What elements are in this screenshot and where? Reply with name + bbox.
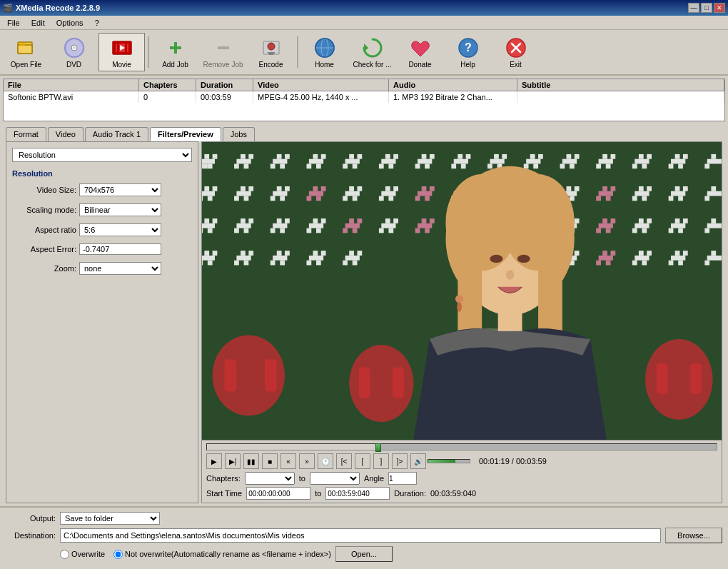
menu-file[interactable]: File [3,18,24,28]
zoom-select[interactable]: none 25% 50% 75% 100% [79,262,161,275]
svg-rect-232 [567,186,572,191]
chapters-from-select[interactable] [245,472,295,485]
toolbar-check-for[interactable]: Check for ... [349,33,395,71]
toolbar-add-job[interactable]: Add Job [152,33,198,71]
toolbar-movie[interactable]: Movie [98,33,145,71]
mark-start-button[interactable]: [< [336,453,352,469]
col-header-audio: Audio [389,79,517,91]
svg-rect-286 [632,261,637,266]
svg-rect-291 [669,261,674,266]
play-button[interactable]: ▶ [206,453,222,469]
tab-jobs[interactable]: Jobs [223,127,255,141]
time-button[interactable]: 🕐 [318,453,333,469]
svg-rect-157 [234,261,239,266]
open-button[interactable]: Open... [335,546,393,562]
svg-rect-240 [632,196,637,201]
svg-rect-212 [596,163,601,168]
svg-rect-264 [642,228,647,233]
encode-icon [260,36,283,59]
scaling-mode-select[interactable]: Bilinear Bicubic Lanczos [79,203,161,216]
svg-rect-52 [306,163,311,168]
menu-help[interactable]: ? [91,18,103,28]
angle-input[interactable] [388,472,417,485]
svg-rect-169 [349,251,354,256]
help-icon: ? [457,36,480,59]
toolbar-dvd[interactable]: DVD [51,33,97,71]
toolbar-exit[interactable]: Exit [492,33,539,71]
duration-label: Duration: [394,489,426,498]
volume-icon[interactable]: 🔊 [410,453,426,469]
file-col-audio: 1. MP3 192 Bitrate 2 Chan... [389,91,517,103]
toolbar-open-file[interactable]: Open File [3,33,49,71]
toolbar-help[interactable]: ? Help [445,33,491,71]
pause-button[interactable]: ▮▮ [243,453,259,469]
zoom-label: Zoom: [12,264,76,273]
svg-rect-266 [683,218,688,223]
tab-audio-track[interactable]: Audio Track 1 [85,127,148,141]
svg-rect-271 [707,223,722,228]
close-button[interactable]: ✕ [714,3,725,13]
open-file-icon [15,36,38,59]
file-list-row[interactable]: Softonic BPTW.avi 0 00:03:59 MPEG-4 25.0… [4,91,724,103]
svg-rect-285 [635,256,649,261]
tab-video[interactable]: Video [48,127,84,141]
output-type-select[interactable]: Save to folder Encode only Send to devic… [60,512,160,525]
minimize-button[interactable]: — [688,3,699,13]
svg-rect-75 [502,154,507,159]
maximize-button[interactable]: □ [701,3,712,13]
aspect-ratio-select[interactable]: 5:6 4:3 16:9 1:1 [79,223,161,236]
menu-edit[interactable]: Edit [27,18,49,28]
svg-rect-82 [202,196,203,201]
svg-rect-226 [704,163,709,168]
goto-end-button[interactable]: ]> [392,453,408,469]
progress-thumb[interactable] [375,443,381,452]
volume-track[interactable] [428,459,470,463]
tab-filters-preview[interactable]: Filters/Preview [150,127,221,141]
exit-icon [505,36,527,59]
not-overwrite-option[interactable]: Not overwrite(Automatically rename as <f… [113,550,331,559]
chapters-to-select[interactable] [310,472,360,485]
add-job-icon [164,36,187,59]
time-row: Start Time to Duration: 00:03:59:040 [206,487,717,500]
filter-type-select[interactable]: Resolution [12,148,192,162]
svg-rect-233 [575,186,580,191]
toolbar-encode[interactable]: Encode [248,33,294,71]
svg-rect-179 [422,186,427,191]
start-time-input[interactable] [246,487,310,500]
svg-rect-119 [241,218,246,223]
next-frame-button[interactable]: ▶| [225,453,241,469]
svg-rect-47 [271,163,275,168]
mark-end-button[interactable]: ] [373,453,389,469]
svg-rect-283 [639,251,644,256]
not-overwrite-label: Not overwrite(Automatically rename as <f… [125,550,331,558]
toolbar-donate[interactable]: Donate [397,33,443,71]
fast-forward-button[interactable]: » [299,453,315,469]
svg-rect-225 [707,159,722,164]
svg-rect-216 [635,159,649,164]
not-overwrite-radio[interactable] [113,550,123,559]
svg-rect-68 [425,163,430,168]
destination-input[interactable] [60,528,661,543]
stop-button[interactable]: ■ [262,453,278,469]
svg-rect-62 [379,163,384,168]
svg-rect-315 [359,368,370,398]
overwrite-option[interactable]: Overwrite [60,550,105,559]
svg-rect-171 [345,256,360,261]
tab-format[interactable]: Format [6,127,46,141]
svg-rect-58 [353,163,358,168]
toolbar-home[interactable]: Home [301,33,348,71]
end-time-input[interactable] [325,487,390,500]
overwrite-radio[interactable] [60,550,69,559]
playback-area: ▶ ▶| ▮▮ ■ « » 🕐 [< [ ] ]> [202,440,722,503]
toolbar-remove-job[interactable]: Remove Job [200,33,246,71]
svg-rect-256 [575,218,580,223]
aspect-error-input[interactable] [79,243,161,255]
svg-point-317 [645,339,713,420]
scaling-mode-label: Scaling mode: [12,206,76,214]
rewind-button[interactable]: « [280,453,296,469]
menu-options[interactable]: Options [52,18,88,28]
progress-bar[interactable] [206,443,717,450]
browse-button[interactable]: Browse... [665,528,722,543]
video-size-select[interactable]: 704x576 720x576 1280x720 1920x1080 [79,183,161,196]
mark-button[interactable]: [ [355,453,370,469]
